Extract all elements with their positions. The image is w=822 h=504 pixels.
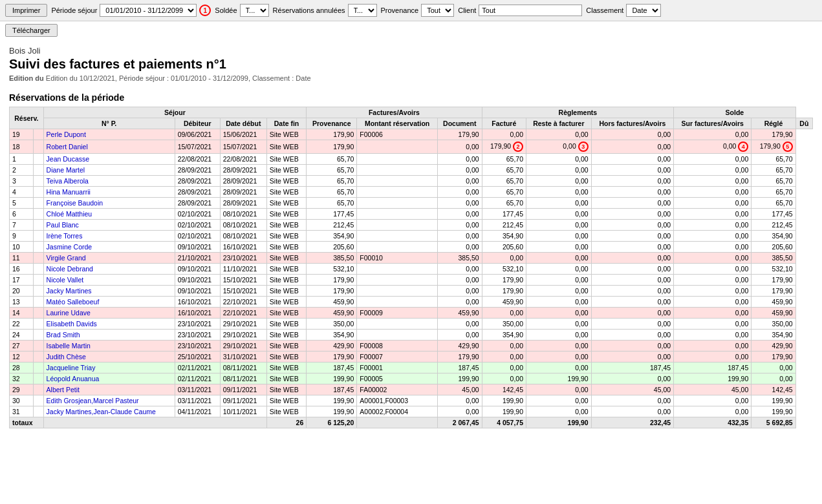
section-title: Réservations de la période	[9, 92, 813, 103]
col-sejour: Séjour	[43, 107, 307, 118]
periode-label: Période séjour	[51, 6, 97, 14]
col-np: N° P.	[43, 118, 175, 129]
table-row: 7Paul Blanc02/10/202108/10/2021Site WEB2…	[10, 220, 813, 231]
table-row: 29Albert Petit03/11/202109/11/2021Site W…	[10, 384, 813, 395]
col-reserv: Réserv.	[10, 107, 44, 129]
client-input[interactable]	[479, 5, 582, 16]
table-row: 16Nicole Debrand09/10/202111/10/2021Site…	[10, 264, 813, 275]
circle-3: 3	[578, 142, 589, 152]
table-row: 5Françoise Baudoin28/09/202128/09/2021Si…	[10, 198, 813, 209]
company-name: Bois Joli	[9, 46, 813, 56]
toolbar: Imprimer Période séjour 01/01/2010 - 31/…	[0, 0, 822, 21]
col-reglements: Règlements	[482, 107, 674, 118]
reservations-table: Réserv. Séjour Factures/Avoirs Règlement…	[9, 107, 813, 428]
print-button[interactable]: Imprimer	[5, 4, 47, 17]
provenance-select[interactable]: Tout	[421, 4, 454, 17]
provenance-group: Provenance Tout	[381, 4, 455, 17]
download-button[interactable]: Télécharger	[5, 24, 58, 37]
table-row: 31Jacky Martines,Jean-Claude Caume04/11/…	[10, 406, 813, 417]
col-sur-fact: Sur factures/Avoirs	[674, 118, 752, 129]
col-provenance: Provenance	[307, 118, 357, 129]
circle-2: 2	[513, 142, 523, 152]
table-row: 24Brad Smith23/10/202129/10/2021Site WEB…	[10, 330, 813, 341]
table-row: 18Robert Daniel15/07/202115/07/2021Site …	[10, 140, 813, 154]
classement-group: Classement Date	[586, 4, 661, 17]
col-reste-a-facturer: Reste à facturer	[526, 118, 592, 129]
table-row: 30Edith Grosjean,Marcel Pasteur03/11/202…	[10, 395, 813, 406]
table-row: 13Matéo Salleboeuf16/10/202122/10/2021Si…	[10, 297, 813, 308]
col-regle: Réglé	[752, 118, 795, 129]
client-label: Client	[458, 6, 476, 14]
totals-doc-spacer	[357, 417, 438, 428]
totals-montant: 6 125,20	[307, 417, 357, 428]
col-debiteur: Débiteur	[175, 118, 220, 129]
soldee-select[interactable]: T...	[240, 4, 269, 17]
table-row: 11Virgile Grand21/10/202123/10/2021Site …	[10, 253, 813, 264]
col-montant-reservation: Montant réservation	[357, 118, 438, 129]
soldee-group: Soldée T...	[215, 4, 268, 17]
col-facture: Facturé	[482, 118, 526, 129]
table-row: 17Nicole Vallet09/10/202115/10/2021Site …	[10, 275, 813, 286]
table-row: 19Perle Dupont09/06/202115/06/2021Site W…	[10, 129, 813, 140]
totals-row: totaux 26 6 125,20 2 067,45 4 057,75 199…	[10, 417, 813, 428]
table-row: 22Elisabeth Davids23/10/202129/10/2021Si…	[10, 319, 813, 330]
totals-hors-fact: 199,90	[526, 417, 592, 428]
table-row: 12Judith Chèse25/10/202131/10/2021Site W…	[10, 352, 813, 362]
table-row: 2Diane Martel28/09/202128/09/2021Site WE…	[10, 165, 813, 176]
totals-sur-fact: 232,45	[591, 417, 673, 428]
totals-reste: 4 057,75	[482, 417, 526, 428]
totals-facture: 2 067,45	[437, 417, 482, 428]
col-solde: Solde	[674, 107, 796, 118]
provenance-label: Provenance	[381, 6, 419, 14]
report-subtitle: Edition du Edition du 10/12/2021, Périod…	[9, 74, 813, 82]
reservations-annulees-group: Réservations annulées T...	[273, 4, 377, 17]
table-row: 3Teiva Alberola28/09/202128/09/2021Site …	[10, 176, 813, 187]
report-title: Suivi des factures et paiements n°1	[9, 57, 813, 72]
reservations-annulees-label: Réservations annulées	[273, 6, 345, 14]
col-document: Document	[437, 118, 482, 129]
reservations-annulees-select[interactable]: T...	[348, 4, 377, 17]
table-row: 9Irène Torres02/10/202108/10/2021Site WE…	[10, 231, 813, 242]
table-row: 4Hina Manuarrii28/09/202128/09/2021Site …	[10, 187, 813, 198]
page-content: Bois Joli Suivi des factures et paiement…	[0, 39, 822, 435]
table-row: 1Jean Ducasse22/08/202122/08/2021Site WE…	[10, 154, 813, 165]
totals-du: 5 692,85	[752, 417, 795, 428]
classement-label: Classement	[586, 6, 623, 14]
totals-count: 26	[266, 417, 306, 428]
periode-group: Période séjour 01/01/2010 - 31/12/2099 1	[51, 4, 211, 17]
classement-select[interactable]: Date	[626, 4, 661, 17]
col-du: Dû	[795, 118, 812, 129]
client-group: Client	[458, 5, 582, 16]
circle-annotation-1: 1	[199, 5, 211, 16]
totals-label: totaux	[10, 417, 44, 428]
table-row: 32Léopold Anuanua02/11/202108/11/2021Sit…	[10, 373, 813, 384]
periode-select[interactable]: 01/01/2010 - 31/12/2099	[100, 4, 197, 17]
table-row: 27Isabelle Martin23/10/202129/10/2021Sit…	[10, 341, 813, 352]
table-row: 6Chloé Matthieu02/10/202108/10/2021Site …	[10, 209, 813, 220]
col-date-fin: Date fin	[266, 118, 306, 129]
col-hors-fact: Hors factures/Avoirs	[591, 118, 673, 129]
table-row: 10Jasmine Corde09/10/202116/10/2021Site …	[10, 242, 813, 253]
table-row: 28Jacqueline Triay02/11/202108/11/2021Si…	[10, 362, 813, 373]
soldee-label: Soldée	[215, 6, 237, 14]
circle-4: 4	[738, 142, 748, 152]
col-date-debut: Date début	[220, 118, 266, 129]
col-factures-avoirs: Factures/Avoirs	[307, 107, 482, 118]
table-row: 20Jacky Martines09/10/202115/10/2021Site…	[10, 286, 813, 297]
totals-regle: 432,35	[674, 417, 752, 428]
circle-5: 5	[783, 142, 793, 152]
totals-spacer	[43, 417, 266, 428]
table-row: 14Laurine Udave16/10/202122/10/2021Site …	[10, 308, 813, 319]
